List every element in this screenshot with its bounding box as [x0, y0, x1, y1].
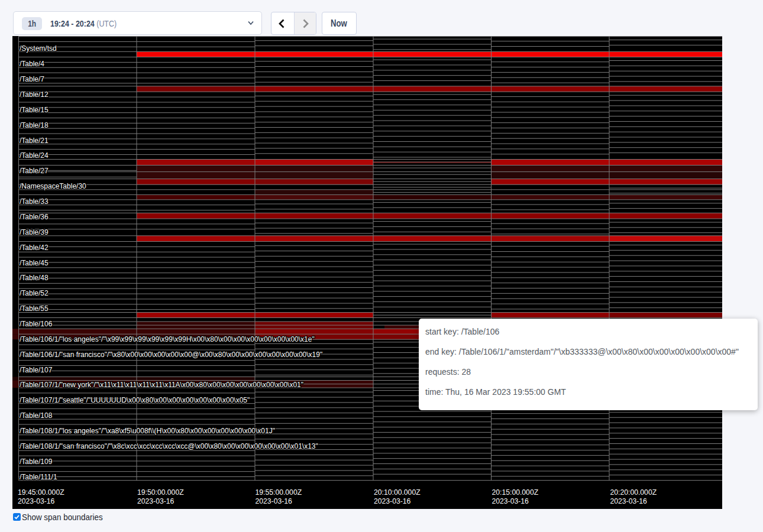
svg-text:/Table/27: /Table/27: [20, 167, 49, 175]
svg-text:/Table/4: /Table/4: [20, 60, 44, 68]
svg-text:2023-03-16: 2023-03-16: [374, 497, 411, 505]
svg-text:/Table/12: /Table/12: [20, 90, 49, 99]
svg-text:/Table/7: /Table/7: [20, 75, 44, 83]
svg-text:19:50:00.000Z: 19:50:00.000Z: [137, 488, 184, 497]
svg-text:19:45:00.000Z: 19:45:00.000Z: [18, 488, 64, 497]
svg-text:/Table/106: /Table/106: [20, 320, 53, 328]
svg-text:/Table/24: /Table/24: [20, 151, 49, 160]
svg-text:/Table/107: /Table/107: [20, 366, 53, 374]
svg-text:/Table/108: /Table/108: [20, 411, 53, 420]
svg-text:/Table/42: /Table/42: [20, 244, 49, 252]
svg-text:/Table/36: /Table/36: [20, 213, 49, 221]
svg-text:/Table/108/1/"san francisco"/": /Table/108/1/"san francisco"/"\x8c\xcc\x…: [20, 442, 318, 450]
svg-text:/Table/55: /Table/55: [20, 304, 49, 313]
svg-text:/Table/107/1/"seattle"/"UUUUUU: /Table/107/1/"seattle"/"UUUUUUD\x00\x80\…: [20, 396, 250, 404]
svg-text:/Table/106/1/"los angeles"/"\x: /Table/106/1/"los angeles"/"\x99\x99\x99…: [20, 335, 315, 343]
svg-text:20:20:00.000Z: 20:20:00.000Z: [610, 488, 657, 497]
svg-text:/Table/106/1/"san francisco"/": /Table/106/1/"san francisco"/"\x80\x00\x…: [20, 351, 322, 359]
svg-text:/NamespaceTable/30: /NamespaceTable/30: [20, 182, 86, 190]
svg-text:/Table/48: /Table/48: [20, 274, 49, 282]
svg-text:/Table/52: /Table/52: [20, 289, 49, 297]
svg-text:/Table/107/1/"new york"/"\x11\: /Table/107/1/"new york"/"\x11\x11\x11\x1…: [20, 381, 303, 389]
svg-text:19:55:00.000Z: 19:55:00.000Z: [256, 488, 302, 497]
svg-text:/Table/33: /Table/33: [20, 197, 49, 206]
svg-text:20:15:00.000Z: 20:15:00.000Z: [492, 488, 539, 497]
svg-text:/Table/39: /Table/39: [20, 228, 49, 236]
svg-text:/Table/109: /Table/109: [20, 458, 53, 466]
svg-text:/System/tsd: /System/tsd: [20, 44, 57, 53]
svg-text:/Table/111/1: /Table/111/1: [20, 473, 57, 481]
svg-text:2023-03-16: 2023-03-16: [610, 497, 648, 505]
svg-text:/Table/21: /Table/21: [20, 137, 49, 145]
svg-text:2023-03-16: 2023-03-16: [137, 497, 174, 505]
svg-text:20:10:00.000Z: 20:10:00.000Z: [374, 488, 421, 497]
svg-text:2023-03-16: 2023-03-16: [256, 497, 293, 505]
svg-text:2023-03-16: 2023-03-16: [492, 497, 529, 505]
svg-text:/Table/18: /Table/18: [20, 121, 49, 129]
svg-text:/Table/15: /Table/15: [20, 106, 49, 114]
svg-text:/Table/45: /Table/45: [20, 259, 49, 267]
svg-text:/Table/108/1/"los angeles"/"\x: /Table/108/1/"los angeles"/"\xa8\xf5\u00…: [20, 427, 275, 435]
svg-text:2023-03-16: 2023-03-16: [18, 497, 55, 505]
